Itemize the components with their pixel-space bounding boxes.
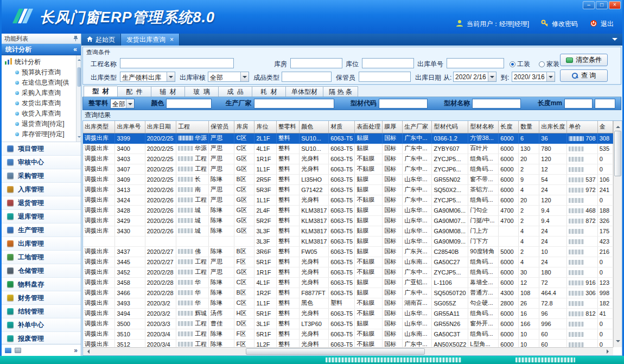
chevron-down-icon[interactable]	[167, 72, 175, 81]
table-row[interactable]: 调拨出库34002020/2/25华源严思C区4L1F整料SU10...6063…	[83, 143, 613, 154]
table-row[interactable]: 调拨出库34932020/3/2华陈琳C区1L1F整料黑色塑料不贴膜国标湖南百.…	[83, 298, 613, 308]
material-tab[interactable]: 耗 材	[252, 86, 285, 97]
scroll-down-icon[interactable]	[616, 340, 620, 344]
sidebar-item-purchase[interactable]: 采购管理	[2, 169, 81, 183]
table-row[interactable]: 调拨出库34132020/2/26南严思C区5R3F整料G714226063-T…	[83, 184, 613, 195]
table-row[interactable]: 调拨出库34582020/2/28华陈琳C区4L1F整料光身料6063-T5贴膜…	[83, 277, 613, 288]
sidebar-item-audit[interactable]: 审核中心	[2, 156, 81, 169]
column-header[interactable]: 保管员	[208, 121, 234, 133]
column-header[interactable]: 材质	[329, 121, 355, 133]
scroll-right-icon[interactable]	[607, 349, 611, 354]
change-password-link[interactable]: 修改密码	[552, 20, 578, 29]
column-header[interactable]: 库位	[254, 121, 276, 133]
outbound-type-select[interactable]: 生产领料出库	[120, 72, 175, 82]
date-from-picker[interactable]: 2020/ 2/16	[453, 72, 496, 82]
column-header[interactable]: 金	[597, 121, 613, 133]
sidebar-item-project[interactable]: 项目管理	[2, 142, 81, 156]
tree-item[interactable]: 库存管理[待定]	[2, 129, 81, 139]
column-header[interactable]: 出库单号	[115, 121, 145, 133]
radio-jiazhuang-icon[interactable]	[539, 61, 545, 67]
modules-icon[interactable]	[5, 348, 11, 353]
table-row[interactable]: 调拨出库34242020/2/26工程严思G区1L1F整料光身料6063-T5不…	[83, 195, 613, 205]
close-button[interactable]: ×	[609, 1, 621, 9]
tree-item[interactable]: 发货出库查询	[2, 98, 81, 108]
document-tab[interactable]: 发货出库查询×	[121, 34, 180, 46]
column-header[interactable]: 生产厂家	[403, 121, 432, 133]
radio-jiazhuang[interactable]: 家装	[539, 60, 559, 69]
vertical-scrollbar[interactable]	[613, 121, 622, 347]
column-header[interactable]: 表面处理	[355, 121, 383, 133]
profile-code-input[interactable]	[379, 99, 428, 108]
sidebar-item-inbound[interactable]: 入库管理	[2, 183, 81, 196]
sidebar-item-scrap[interactable]: 报废管理	[2, 332, 81, 344]
tree-item[interactable]: 收货入库查询	[2, 108, 81, 119]
project-name-input[interactable]	[120, 58, 234, 68]
column-header[interactable]: 工程	[176, 121, 208, 133]
table-row[interactable]: 调拨出库34942020/3/2辉城汤伟H区5R1F整料光身料6063-T5不贴…	[83, 308, 613, 318]
horizontal-scrollbar[interactable]	[83, 347, 613, 355]
table-row[interactable]: 调拨出库34032020/2/25工程严思G区1R1F整料光身料6063-T5不…	[83, 154, 613, 164]
sidebar-item-site[interactable]: 工地管理	[2, 251, 81, 264]
color-input[interactable]	[166, 99, 212, 108]
chevron-down-icon[interactable]	[126, 99, 134, 108]
tree-item[interactable]: 采购入库查询	[2, 88, 81, 98]
table-row[interactable]: 调拨出库34282020/2/26城陈琳G区2L4F整料KLM38176063-…	[83, 205, 613, 215]
table-row[interactable]: 调拨出库35102020/3/4工程陈琳F区5R1F整料光身料6063-T5不贴…	[83, 329, 613, 339]
column-header[interactable]: 出库类型	[83, 121, 115, 133]
date-to-picker[interactable]: 2020/ 3/16	[512, 72, 555, 82]
vertical-scroll-thumb[interactable]	[614, 131, 621, 176]
material-tab[interactable]: 配 件	[117, 86, 151, 97]
table-row[interactable]: 调拨出库34662020/2/28华陈琳B区1R2F整料F8877FT6063-…	[83, 288, 613, 298]
document-tab[interactable]: 起始页	[81, 34, 121, 46]
minimize-button[interactable]: –	[583, 1, 595, 9]
column-header[interactable]: 颜色	[300, 121, 329, 133]
length-from-input[interactable]	[564, 99, 593, 108]
material-tab[interactable]: 隔 热 条	[323, 86, 358, 97]
column-header[interactable]: 库房	[234, 121, 254, 133]
more-buttons-toggle[interactable]: »	[74, 347, 78, 354]
material-tab[interactable]: 玻 璃	[184, 86, 218, 97]
material-tab[interactable]: 辅 材	[151, 86, 184, 97]
material-tab[interactable]: 成 品	[218, 86, 252, 97]
order-no-input[interactable]	[447, 58, 504, 68]
close-tab-icon[interactable]: ×	[170, 37, 174, 42]
tabbar-overflow-icon[interactable]	[612, 38, 617, 43]
clear-conditions-button[interactable]: 清空条件	[560, 54, 608, 66]
table-row[interactable]: 调拨出库34302020/2/26城陈琳G区3L3F整料KLM38176063-…	[83, 226, 613, 236]
outbound-audit-select[interactable]: 全部	[208, 72, 249, 82]
scroll-up-icon[interactable]	[616, 124, 620, 128]
chevron-down-icon[interactable]	[240, 72, 249, 81]
keeper-input[interactable]	[359, 72, 411, 82]
table-row[interactable]: 调拨出库33992020/2/25华源严思C区2L1F整料SU10...6063…	[83, 133, 613, 143]
table-row[interactable]: 3L3F整料KLM38176063-T5贴膜国标山东华...GA90M09...…	[83, 236, 613, 246]
column-header[interactable]: 单价	[567, 121, 597, 133]
profile-name-input[interactable]	[472, 99, 521, 108]
column-header[interactable]: 出库日期	[145, 121, 176, 133]
logout-link[interactable]: 退出	[601, 20, 614, 29]
sidebar-item-supplement[interactable]: 补单中心	[2, 318, 81, 332]
column-header[interactable]: 出库长度	[539, 121, 567, 133]
table-row[interactable]: 调拨出库34072020/2/25工程严思G区1L1F整料光身料6063-T5不…	[83, 164, 613, 174]
length-to-input[interactable]	[595, 99, 615, 108]
table-row[interactable]: 调拨出库34372020/2/27佛陈琳B区3R6F整料FW056063-T5贴…	[83, 246, 613, 257]
warehouse-input[interactable]	[290, 58, 342, 68]
whole-part-select[interactable]: 全部	[110, 99, 135, 108]
tree-scrollbar-thumb[interactable]	[77, 67, 81, 87]
chevron-down-icon[interactable]	[546, 72, 555, 81]
column-header[interactable]: 型材名称	[468, 121, 499, 133]
table-row[interactable]: 调拨出库34092020/2/25长陈琳B区2R5F整料LI35HO6063-T…	[83, 174, 613, 184]
scroll-left-icon[interactable]	[85, 349, 90, 354]
tree-item[interactable]: 在途信息查询[供	[2, 78, 81, 88]
monitor-icon[interactable]	[15, 348, 21, 353]
table-row[interactable]: 调拨出库34292020/2/26城陈琳G区5R2F整料KLM38176063-…	[83, 215, 613, 226]
tree-scrollbar[interactable]	[76, 55, 81, 142]
product-type-input[interactable]	[282, 72, 332, 82]
sidebar-item-outbound[interactable]: 出库管理	[2, 237, 81, 251]
tree-root-node[interactable]: 统计分析	[2, 57, 81, 67]
tree-item[interactable]: 退货查询[待定]	[2, 119, 81, 129]
column-header[interactable]: 整零料	[276, 121, 299, 133]
table-row[interactable]: 调拨出库34522020/2/28工程严思G区1R1F整料光身料6063-T5不…	[83, 267, 613, 277]
search-button[interactable]: 查 询	[560, 69, 608, 82]
table-row[interactable]: 调拨出库35002020/3/3工程曹佳D区3L1F整料LT3P606063-T…	[83, 318, 613, 329]
location-input[interactable]	[362, 58, 414, 68]
